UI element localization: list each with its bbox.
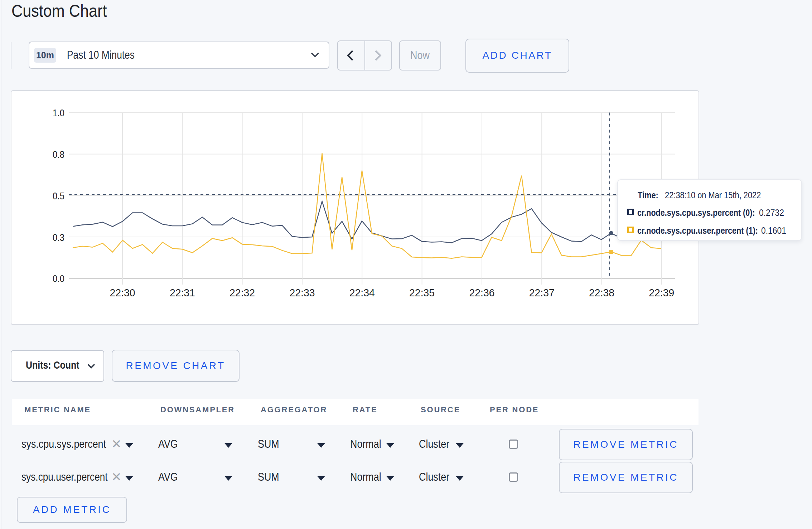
svg-text:0.0: 0.0 xyxy=(53,273,64,284)
svg-text:22:33: 22:33 xyxy=(290,287,315,299)
svg-text:22:31: 22:31 xyxy=(170,287,195,299)
svg-text:0.3: 0.3 xyxy=(53,232,64,243)
svg-text:0.5: 0.5 xyxy=(53,190,64,202)
svg-text:22:38: 22:38 xyxy=(589,287,614,299)
svg-text:22:39: 22:39 xyxy=(649,287,674,299)
svg-text:22:32: 22:32 xyxy=(229,287,255,299)
svg-text:22:34: 22:34 xyxy=(349,287,375,299)
svg-text:0.8: 0.8 xyxy=(53,149,64,160)
svg-text:1.0: 1.0 xyxy=(53,107,64,118)
svg-text:22:37: 22:37 xyxy=(529,287,555,299)
svg-text:22:35: 22:35 xyxy=(409,287,435,299)
svg-text:22:36: 22:36 xyxy=(469,287,495,299)
svg-text:22:30: 22:30 xyxy=(110,287,135,299)
